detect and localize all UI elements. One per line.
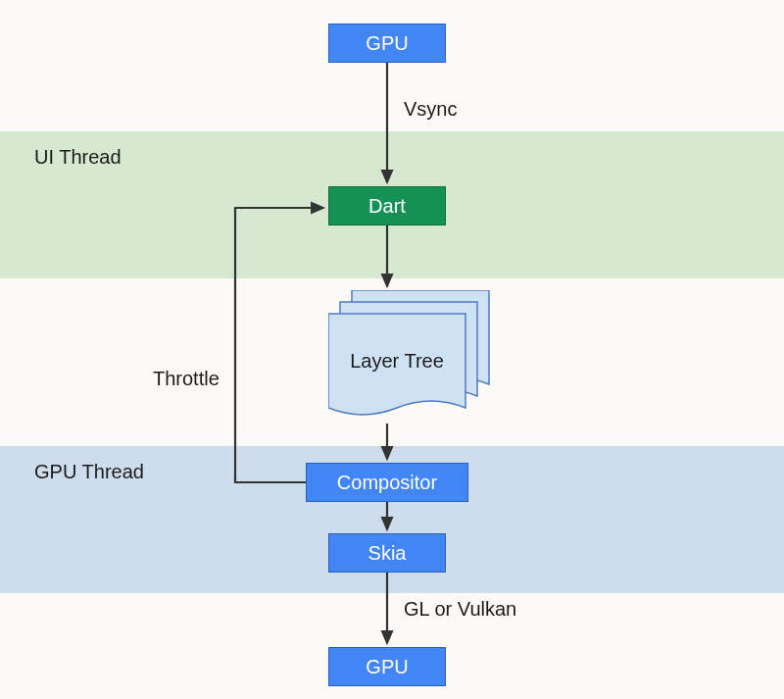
gpu-bottom-node: GPU [328,647,446,686]
compositor-node: Compositor [306,463,468,502]
gpu-top-label: GPU [366,32,408,55]
gl-vulkan-label: GL or Vulkan [404,598,516,621]
dart-label: Dart [368,195,406,218]
ui-thread-label: UI Thread [34,146,122,169]
gpu-bottom-label: GPU [366,656,408,678]
dart-node: Dart [328,186,446,225]
skia-node: Skia [328,533,446,573]
layer-tree-text: Layer Tree [328,314,466,408]
gpu-top-node: GPU [328,24,446,63]
throttle-label: Throttle [153,368,220,390]
vsync-label: Vsync [404,98,457,121]
gpu-thread-label: GPU Thread [34,461,144,483]
compositor-label: Compositor [337,472,437,494]
skia-label: Skia [368,542,407,565]
